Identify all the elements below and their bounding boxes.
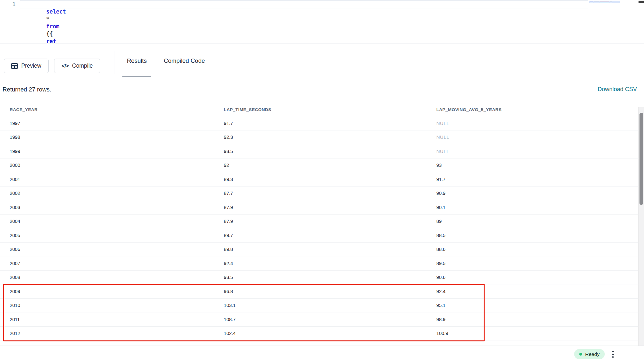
sql-keyword-from: from bbox=[46, 23, 59, 30]
table-row: 1997 91.7 NULL bbox=[0, 116, 644, 130]
cell-lap-moving-avg-5-years: NULL bbox=[436, 120, 644, 126]
download-csv-link[interactable]: Download CSV bbox=[598, 86, 637, 93]
table-row: 2012 102.4 100.9 bbox=[0, 327, 644, 341]
cell-lap-time-seconds: 108.7 bbox=[224, 317, 436, 322]
preview-button[interactable]: Preview bbox=[4, 59, 49, 73]
table-body: 1997 91.7 NULL 1998 92.3 NULL 1999 93.5 … bbox=[0, 116, 644, 340]
table-row: 2003 87.9 90.1 bbox=[0, 200, 644, 214]
cell-lap-time-seconds: 87.7 bbox=[224, 190, 436, 196]
results-scrollbar-thumb[interactable] bbox=[639, 113, 643, 205]
table-row: 2000 92 93 bbox=[0, 158, 644, 173]
minimap-mark bbox=[594, 2, 599, 2]
cell-lap-moving-avg-5-years: 91.7 bbox=[436, 176, 644, 182]
ready-status-label: Ready bbox=[585, 351, 600, 357]
results-panel: Returned 27 rows. Download CSV RACE_YEAR… bbox=[0, 78, 644, 346]
kebab-dot bbox=[612, 351, 614, 352]
toolbar-buttons: Preview </> Compile bbox=[4, 59, 100, 73]
cell-lap-moving-avg-5-years: 100.9 bbox=[436, 330, 644, 336]
sql-star-operator: * bbox=[46, 16, 49, 22]
sql-keyword-select: select bbox=[46, 8, 66, 15]
line-number: 1 bbox=[12, 1, 15, 7]
table-row: 1998 92.3 NULL bbox=[0, 130, 644, 145]
cell-race-year: 2002 bbox=[10, 190, 224, 196]
table-row: 2010 103.1 95.1 bbox=[0, 299, 644, 313]
table-header-row: RACE_YEAR LAP_TIME_SECONDS LAP_MOVING_AV… bbox=[0, 103, 638, 116]
code-brackets-icon: </> bbox=[62, 63, 69, 69]
table-row: 2004 87.9 89 bbox=[0, 214, 644, 229]
cell-race-year: 2005 bbox=[10, 233, 224, 238]
dbt-ide-window: 1 select * from {{ ref ( 'lap_times_movi… bbox=[0, 0, 644, 362]
table-row: 1999 93.5 NULL bbox=[0, 144, 644, 158]
cell-race-year: 2000 bbox=[10, 162, 224, 168]
cell-lap-time-seconds: 87.9 bbox=[224, 205, 436, 210]
status-bar: Ready bbox=[0, 346, 644, 362]
cell-race-year: 1998 bbox=[10, 134, 224, 140]
minimap-mark bbox=[600, 2, 609, 2]
column-header-lap-time-seconds: LAP_TIME_SECONDS bbox=[224, 107, 436, 112]
results-toolbar: Preview </> Compile Results Compiled Cod… bbox=[0, 43, 644, 78]
cell-race-year: 2009 bbox=[10, 289, 224, 294]
table-row: 2002 87.7 90.9 bbox=[0, 186, 644, 201]
kebab-dot bbox=[612, 354, 614, 355]
cell-lap-moving-avg-5-years: 98.9 bbox=[436, 317, 644, 322]
compile-button[interactable]: </> Compile bbox=[54, 59, 100, 73]
cell-race-year: 1999 bbox=[10, 148, 224, 154]
cell-lap-moving-avg-5-years: NULL bbox=[436, 148, 644, 154]
tab-results[interactable]: Results bbox=[122, 43, 151, 78]
jinja-open-braces: {{ bbox=[46, 31, 52, 37]
toolbar-divider bbox=[115, 51, 115, 74]
compile-button-label: Compile bbox=[72, 62, 93, 69]
cell-lap-time-seconds: 93.5 bbox=[224, 274, 436, 280]
tab-compiled-code[interactable]: Compiled Code bbox=[159, 43, 210, 78]
cell-race-year: 2004 bbox=[10, 218, 224, 224]
cell-lap-moving-avg-5-years: 92.4 bbox=[436, 289, 644, 294]
cell-race-year: 2011 bbox=[10, 317, 224, 322]
cell-lap-time-seconds: 102.4 bbox=[224, 330, 436, 336]
cell-lap-moving-avg-5-years: 90.6 bbox=[436, 274, 644, 280]
cell-race-year: 1997 bbox=[10, 120, 224, 126]
table-row: 2006 89.8 88.6 bbox=[0, 243, 644, 257]
cell-lap-time-seconds: 92.3 bbox=[224, 134, 436, 140]
cell-race-year: 2006 bbox=[10, 246, 224, 252]
minimap-mark bbox=[610, 2, 612, 2]
cell-lap-time-seconds: 89.8 bbox=[224, 246, 436, 252]
cell-lap-moving-avg-5-years: 88.5 bbox=[436, 233, 644, 238]
cell-lap-time-seconds: 96.8 bbox=[224, 289, 436, 294]
cell-race-year: 2007 bbox=[10, 261, 224, 266]
cell-lap-moving-avg-5-years: 89.5 bbox=[436, 261, 644, 266]
kebab-dot bbox=[612, 356, 614, 358]
cell-lap-moving-avg-5-years: NULL bbox=[436, 134, 644, 140]
cell-race-year: 2001 bbox=[10, 176, 224, 182]
table-grid-icon bbox=[11, 63, 18, 69]
cell-lap-moving-avg-5-years: 95.1 bbox=[436, 302, 644, 308]
sql-editor-pane[interactable]: 1 select * from {{ ref ( 'lap_times_movi… bbox=[0, 0, 644, 43]
table-row: 2005 89.7 88.5 bbox=[0, 228, 644, 243]
cell-lap-time-seconds: 89.3 bbox=[224, 176, 436, 182]
table-row: 2001 89.3 91.7 bbox=[0, 172, 644, 186]
cell-race-year: 2010 bbox=[10, 302, 224, 308]
cell-lap-moving-avg-5-years: 90.9 bbox=[436, 190, 644, 196]
row-count-summary: Returned 27 rows. bbox=[3, 86, 51, 93]
cell-race-year: 2003 bbox=[10, 205, 224, 210]
cell-lap-time-seconds: 87.9 bbox=[224, 218, 436, 224]
cell-race-year: 2012 bbox=[10, 330, 224, 336]
ready-status-badge[interactable]: Ready bbox=[574, 349, 605, 359]
cell-lap-time-seconds: 89.7 bbox=[224, 233, 436, 238]
results-scrollbar-track[interactable] bbox=[638, 107, 644, 346]
preview-button-label: Preview bbox=[21, 62, 41, 69]
cell-lap-time-seconds: 103.1 bbox=[224, 302, 436, 308]
column-header-race-year: RACE_YEAR bbox=[10, 107, 224, 112]
cell-lap-time-seconds: 91.7 bbox=[224, 120, 436, 126]
status-dot-icon bbox=[579, 353, 582, 356]
results-tabs: Results Compiled Code bbox=[122, 43, 209, 78]
table-row: 2008 93.5 90.6 bbox=[0, 271, 644, 285]
minimap-mark bbox=[590, 2, 593, 2]
editor-minimap[interactable] bbox=[589, 1, 620, 3]
cell-lap-moving-avg-5-years: 93 bbox=[436, 162, 644, 168]
table-row: 2007 92.4 89.5 bbox=[0, 256, 644, 271]
cell-lap-moving-avg-5-years: 89 bbox=[436, 218, 644, 224]
editor-scrollbar-thumb[interactable] bbox=[639, 1, 644, 3]
kebab-menu-icon[interactable] bbox=[611, 350, 614, 358]
cell-race-year: 2008 bbox=[10, 274, 224, 280]
table-row: 2011 108.7 98.9 bbox=[0, 312, 644, 327]
